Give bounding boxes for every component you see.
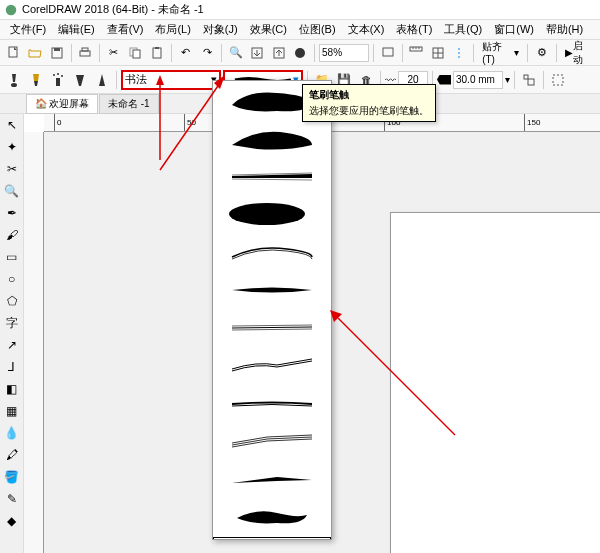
menu-effect[interactable]: 效果(C)	[244, 20, 293, 39]
brush-category-value: 书法	[125, 72, 147, 87]
calligraphic-button[interactable]	[70, 70, 90, 90]
brush-option-7[interactable]	[213, 309, 331, 347]
connector-tool[interactable]: ⅃	[3, 358, 21, 376]
menu-table[interactable]: 表格(T)	[390, 20, 438, 39]
paste-button[interactable]	[147, 43, 167, 63]
menu-text[interactable]: 文本(X)	[342, 20, 391, 39]
brush-option-10[interactable]	[213, 423, 331, 461]
menu-object[interactable]: 对象(J)	[197, 20, 244, 39]
app-icon	[4, 3, 18, 17]
toolbox: ↖ ✦ ✂ 🔍 ✒ 🖌 ▭ ○ ⬠ 字 ↗ ⅃ ◧ ▦ 💧 🖍 🪣 ✎ ◆	[0, 114, 24, 553]
stroke-width-input[interactable]	[453, 71, 503, 89]
separator	[527, 44, 528, 62]
separator	[71, 44, 72, 62]
menu-edit[interactable]: 编辑(E)	[52, 20, 101, 39]
outline-tool[interactable]: ✎	[3, 490, 21, 508]
grid-button[interactable]	[428, 43, 448, 63]
separator	[99, 44, 100, 62]
snap-dropdown[interactable]: 贴齐(T) ▾	[478, 38, 523, 67]
open-button[interactable]	[26, 43, 46, 63]
svg-rect-27	[524, 75, 528, 79]
zoom-input[interactable]	[319, 44, 369, 62]
brush-option-13[interactable]	[213, 537, 331, 540]
copy-button[interactable]	[126, 43, 146, 63]
crop-tool[interactable]: ✂	[3, 160, 21, 178]
ellipse-tool[interactable]: ○	[3, 270, 21, 288]
svg-rect-9	[155, 47, 159, 49]
smart-fill-tool[interactable]: 🪣	[3, 468, 21, 486]
vertical-ruler[interactable]	[24, 132, 44, 553]
standard-toolbar: ✂ ↶ ↷ 🔍 贴齐(T) ▾ ⚙ ▶ 启动	[0, 40, 600, 66]
separator	[514, 71, 515, 89]
menu-layout[interactable]: 布局(L)	[149, 20, 196, 39]
brush-category-dropdown[interactable]: 书法 ▾	[121, 70, 221, 90]
tooltip-body: 选择您要应用的笔刷笔触。	[309, 104, 429, 118]
cut-button[interactable]: ✂	[104, 43, 124, 63]
bounding-box-button[interactable]	[548, 70, 568, 90]
separator	[373, 44, 374, 62]
separator	[473, 44, 474, 62]
guides-button[interactable]	[450, 43, 470, 63]
svg-point-30	[229, 203, 305, 225]
preset-brush-button[interactable]	[4, 70, 24, 90]
separator	[314, 44, 315, 62]
brush-stroke-panel[interactable]	[212, 80, 332, 540]
redo-button[interactable]: ↷	[197, 43, 217, 63]
brush-option-12[interactable]	[213, 499, 331, 537]
launch-button[interactable]: ▶ 启动	[561, 37, 596, 69]
interactive-fill-tool[interactable]: 🖍	[3, 446, 21, 464]
text-tool[interactable]: 字	[3, 314, 21, 332]
separator	[171, 44, 172, 62]
undo-button[interactable]: ↶	[176, 43, 196, 63]
separator	[402, 44, 403, 62]
brush-option-2[interactable]	[213, 119, 331, 157]
brush-option-11[interactable]	[213, 461, 331, 499]
brush-button[interactable]	[26, 70, 46, 90]
menu-bitmap[interactable]: 位图(B)	[293, 20, 342, 39]
parallel-dimension-tool[interactable]: ↗	[3, 336, 21, 354]
menu-window[interactable]: 窗口(W)	[488, 20, 540, 39]
brush-option-3[interactable]	[213, 157, 331, 195]
fullscreen-button[interactable]	[378, 43, 398, 63]
stroke-width-control[interactable]: ▾	[437, 71, 510, 89]
shape-tool[interactable]: ✦	[3, 138, 21, 156]
import-button[interactable]	[247, 43, 267, 63]
pressure-button[interactable]	[92, 70, 112, 90]
transparency-tool[interactable]: ▦	[3, 402, 21, 420]
brush-option-5[interactable]	[213, 233, 331, 271]
svg-rect-13	[383, 48, 393, 56]
brush-option-9[interactable]	[213, 385, 331, 423]
polygon-tool[interactable]: ⬠	[3, 292, 21, 310]
brush-option-4[interactable]	[213, 195, 331, 233]
drop-shadow-tool[interactable]: ◧	[3, 380, 21, 398]
export-button[interactable]	[269, 43, 289, 63]
publish-button[interactable]	[291, 43, 311, 63]
menu-bar: 文件(F) 编辑(E) 查看(V) 布局(L) 对象(J) 效果(C) 位图(B…	[0, 20, 600, 40]
brush-option-8[interactable]	[213, 347, 331, 385]
sprayer-button[interactable]	[48, 70, 68, 90]
eyedropper-tool[interactable]: 💧	[3, 424, 21, 442]
scale-stroke-button[interactable]	[519, 70, 539, 90]
freehand-tool[interactable]: ✒	[3, 204, 21, 222]
artistic-media-tool[interactable]: 🖌	[3, 226, 21, 244]
pick-tool[interactable]: ↖	[3, 116, 21, 134]
menu-tools[interactable]: 工具(Q)	[438, 20, 488, 39]
rectangle-tool[interactable]: ▭	[3, 248, 21, 266]
brush-option-6[interactable]	[213, 271, 331, 309]
menu-file[interactable]: 文件(F)	[4, 20, 52, 39]
print-button[interactable]	[76, 43, 96, 63]
rulers-button[interactable]	[407, 43, 427, 63]
svg-rect-5	[82, 48, 88, 51]
options-button[interactable]: ⚙	[532, 43, 552, 63]
home-icon: 🏠	[35, 98, 47, 109]
separator	[116, 71, 117, 89]
zoom-tool[interactable]: 🔍	[3, 182, 21, 200]
menu-view[interactable]: 查看(V)	[101, 20, 150, 39]
nib-icon	[437, 75, 451, 85]
tab-untitled[interactable]: 未命名 -1	[99, 94, 159, 114]
tab-welcome[interactable]: 🏠欢迎屏幕	[26, 94, 98, 114]
search-button[interactable]: 🔍	[226, 43, 246, 63]
new-button[interactable]	[4, 43, 24, 63]
fill-tool[interactable]: ◆	[3, 512, 21, 530]
save-button[interactable]	[47, 43, 67, 63]
